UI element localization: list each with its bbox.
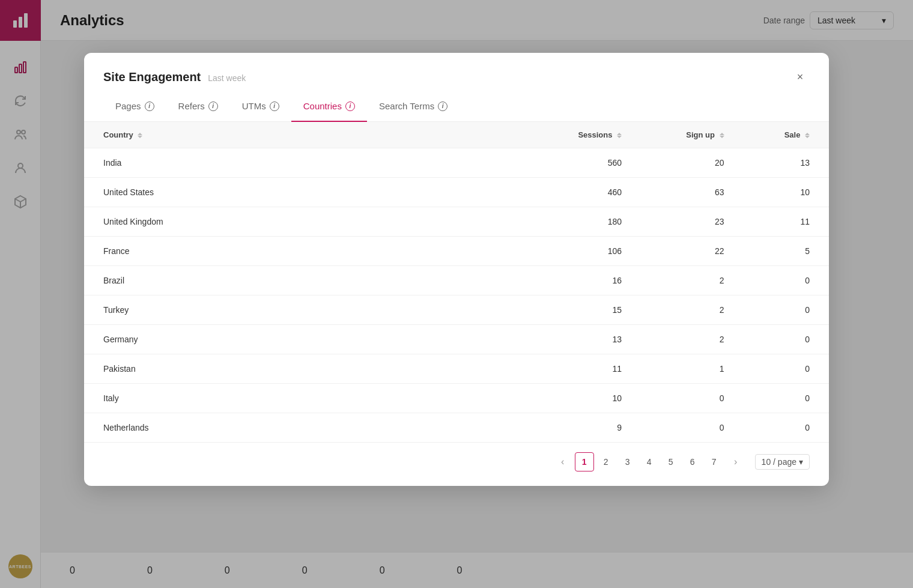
cell-sessions-1: 460 <box>531 178 641 207</box>
modal-subtitle: Last week <box>208 73 246 83</box>
tab-refers[interactable]: Refers i <box>166 91 230 122</box>
cell-sale-1: 10 <box>744 178 829 207</box>
tab-countries[interactable]: Countries i <box>291 91 367 122</box>
cell-country-6: Germany <box>84 325 531 354</box>
cell-sale-7: 0 <box>744 354 829 384</box>
search-terms-info-icon: i <box>438 102 447 111</box>
modal-title: Site Engagement <box>103 70 201 84</box>
tab-refers-label: Refers <box>178 101 205 111</box>
cell-sale-5: 0 <box>744 296 829 325</box>
cell-country-9: Netherlands <box>84 413 531 443</box>
modal-tabs: Pages i Refers i UTMs i Countries i Sear… <box>84 91 829 122</box>
cell-signup-5: 2 <box>641 296 743 325</box>
table-header-row: Country Sessions Sign up <box>84 122 829 148</box>
table-row: Netherlands 9 0 0 <box>84 413 829 443</box>
cell-sale-9: 0 <box>744 413 829 443</box>
cell-signup-4: 2 <box>641 266 743 296</box>
cell-sale-0: 13 <box>744 148 829 178</box>
pagination-page-4[interactable]: 4 <box>640 452 659 471</box>
pagination-page-1[interactable]: 1 <box>575 452 594 471</box>
tab-countries-label: Countries <box>303 101 342 111</box>
table-row: Brazil 16 2 0 <box>84 266 829 296</box>
pagination-page-7[interactable]: 7 <box>705 452 724 471</box>
sort-icon-country <box>138 133 142 138</box>
cell-sale-8: 0 <box>744 384 829 413</box>
cell-signup-7: 1 <box>641 354 743 384</box>
tab-pages-label: Pages <box>115 101 141 111</box>
cell-country-2: United Kingdom <box>84 207 531 237</box>
cell-sessions-9: 9 <box>531 413 641 443</box>
cell-country-8: Italy <box>84 384 531 413</box>
cell-sessions-4: 16 <box>531 266 641 296</box>
sort-icon-sale <box>805 133 810 138</box>
table-row: India 560 20 13 <box>84 148 829 178</box>
pagination-prev[interactable]: ‹ <box>553 452 572 471</box>
site-engagement-modal: Site Engagement Last week × Pages i Refe… <box>84 53 829 486</box>
countries-table: Country Sessions Sign up <box>84 122 829 443</box>
cell-signup-3: 22 <box>641 237 743 266</box>
table-row: Turkey 15 2 0 <box>84 296 829 325</box>
pages-info-icon: i <box>145 102 154 111</box>
pagination-page-5[interactable]: 5 <box>661 452 681 471</box>
cell-signup-9: 0 <box>641 413 743 443</box>
sort-icon-sessions <box>617 133 622 138</box>
cell-signup-0: 20 <box>641 148 743 178</box>
cell-signup-6: 2 <box>641 325 743 354</box>
page-size-chevron: ▾ <box>799 457 803 467</box>
cell-country-4: Brazil <box>84 266 531 296</box>
tab-utms[interactable]: UTMs i <box>230 91 291 122</box>
cell-sessions-5: 15 <box>531 296 641 325</box>
cell-sale-2: 11 <box>744 207 829 237</box>
pagination: ‹ 1 2 3 4 5 6 7 › 10 / page ▾ <box>84 443 829 486</box>
sort-icon-signup <box>720 133 724 138</box>
table-row: France 106 22 5 <box>84 237 829 266</box>
cell-country-7: Pakistan <box>84 354 531 384</box>
cell-country-5: Turkey <box>84 296 531 325</box>
table-row: Pakistan 11 1 0 <box>84 354 829 384</box>
cell-country-3: France <box>84 237 531 266</box>
page-size-select[interactable]: 10 / page ▾ <box>755 454 810 470</box>
cell-sessions-3: 106 <box>531 237 641 266</box>
cell-sessions-2: 180 <box>531 207 641 237</box>
page-size-value: 10 / page <box>762 457 796 467</box>
table-row: Italy 10 0 0 <box>84 384 829 413</box>
th-sessions[interactable]: Sessions <box>531 122 641 148</box>
cell-signup-2: 23 <box>641 207 743 237</box>
tab-pages[interactable]: Pages i <box>103 91 166 122</box>
th-sale[interactable]: Sale <box>744 122 829 148</box>
pagination-next[interactable]: › <box>726 452 745 471</box>
pagination-page-2[interactable]: 2 <box>596 452 616 471</box>
table-row: United States 460 63 10 <box>84 178 829 207</box>
table-row: United Kingdom 180 23 11 <box>84 207 829 237</box>
cell-country-1: United States <box>84 178 531 207</box>
th-signup[interactable]: Sign up <box>641 122 743 148</box>
cell-sessions-8: 10 <box>531 384 641 413</box>
refers-info-icon: i <box>208 102 218 111</box>
modal-header: Site Engagement Last week × <box>84 53 829 86</box>
table-row: Germany 13 2 0 <box>84 325 829 354</box>
pagination-page-3[interactable]: 3 <box>618 452 637 471</box>
cell-signup-1: 63 <box>641 178 743 207</box>
tab-utms-label: UTMs <box>242 101 266 111</box>
countries-info-icon: i <box>345 102 355 111</box>
th-country[interactable]: Country <box>84 122 531 148</box>
cell-sale-6: 0 <box>744 325 829 354</box>
pagination-page-6[interactable]: 6 <box>683 452 702 471</box>
utms-info-icon: i <box>270 102 279 111</box>
cell-sessions-0: 560 <box>531 148 641 178</box>
tab-search-terms-label: Search Terms <box>379 101 434 111</box>
modal-close-button[interactable]: × <box>790 67 810 86</box>
cell-sessions-6: 13 <box>531 325 641 354</box>
cell-signup-8: 0 <box>641 384 743 413</box>
cell-country-0: India <box>84 148 531 178</box>
cell-sessions-7: 11 <box>531 354 641 384</box>
cell-sale-4: 0 <box>744 266 829 296</box>
tab-search-terms[interactable]: Search Terms i <box>367 91 460 122</box>
cell-sale-3: 5 <box>744 237 829 266</box>
